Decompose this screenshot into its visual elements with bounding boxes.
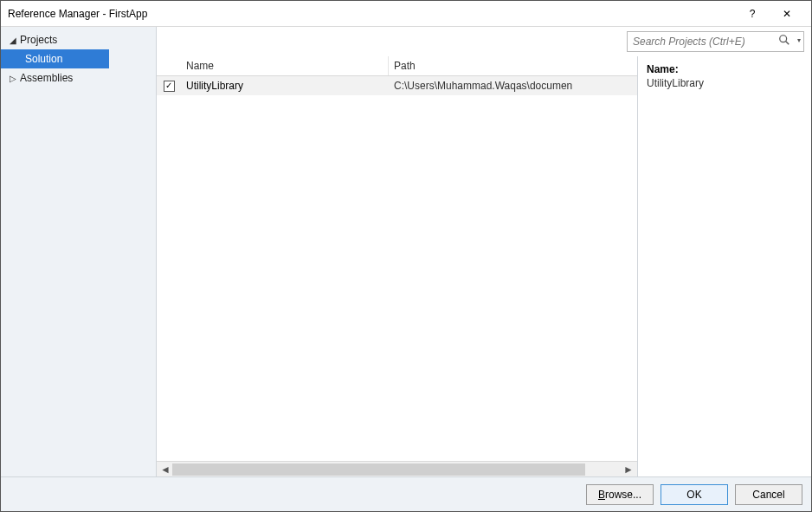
- browse-button[interactable]: Browse...: [586, 484, 654, 505]
- dialog-footer: Browse... OK Cancel: [1, 476, 811, 511]
- scroll-thumb[interactable]: [172, 463, 585, 476]
- column-header-name[interactable]: Name: [181, 56, 389, 75]
- column-check: [157, 56, 181, 75]
- scroll-track[interactable]: [172, 463, 622, 476]
- chevron-down-icon[interactable]: ▾: [797, 36, 801, 44]
- nav-item-projects[interactable]: ◢ Projects: [1, 30, 156, 49]
- help-button[interactable]: ?: [735, 2, 770, 26]
- horizontal-scrollbar[interactable]: ◄ ►: [157, 461, 637, 476]
- row-checkbox-cell: [157, 79, 181, 94]
- close-button[interactable]: ✕: [770, 2, 804, 26]
- svg-point-0: [780, 36, 787, 42]
- dialog-window: Reference Manager - FirstApp ? ✕ ◢ Proje…: [0, 0, 812, 512]
- search-box: ▾: [627, 31, 804, 52]
- scroll-right-icon[interactable]: ►: [622, 463, 635, 476]
- search-icon[interactable]: [778, 34, 790, 49]
- row-name: UtilityLibrary: [181, 78, 389, 94]
- row-path: C:\Users\Muhammad.Waqas\documen: [389, 78, 637, 94]
- nav-label: Assemblies: [20, 72, 73, 84]
- browse-mnemonic: B: [598, 489, 605, 501]
- column-header-path[interactable]: Path: [389, 56, 637, 75]
- nav-item-assemblies[interactable]: ▷ Assemblies: [1, 68, 156, 87]
- content-row: Name Path UtilityLibrary C:\Users\Muhamm…: [157, 56, 811, 476]
- nav-label: Projects: [20, 34, 57, 46]
- details-name-label: Name:: [647, 63, 802, 75]
- cancel-button[interactable]: Cancel: [735, 484, 802, 505]
- toolbar: ▾: [157, 27, 811, 56]
- details-name-value: UtilityLibrary: [647, 77, 802, 89]
- nav-label: Solution: [25, 53, 62, 65]
- nav-sidebar: ◢ Projects Solution ▷ Assemblies: [1, 27, 157, 476]
- svg-line-1: [786, 42, 789, 45]
- details-pane: Name: UtilityLibrary: [638, 56, 811, 476]
- help-icon: ?: [750, 8, 756, 20]
- collapse-icon: ◢: [8, 36, 18, 45]
- reference-list: Name Path UtilityLibrary C:\Users\Muhamm…: [157, 56, 638, 476]
- list-body: UtilityLibrary C:\Users\Muhammad.Waqas\d…: [157, 76, 637, 461]
- table-row[interactable]: UtilityLibrary C:\Users\Muhammad.Waqas\d…: [157, 76, 637, 95]
- window-title: Reference Manager - FirstApp: [8, 8, 735, 20]
- expand-icon: ▷: [8, 74, 18, 83]
- browse-rest: rowse...: [605, 489, 641, 501]
- list-header: Name Path: [157, 56, 637, 76]
- dialog-body: ◢ Projects Solution ▷ Assemblies ▾: [1, 27, 811, 476]
- checkbox[interactable]: [164, 81, 175, 92]
- scroll-left-icon[interactable]: ◄: [158, 463, 172, 476]
- ok-button[interactable]: OK: [661, 484, 728, 505]
- title-bar: Reference Manager - FirstApp ? ✕: [1, 1, 811, 27]
- nav-subitem-solution[interactable]: Solution: [1, 49, 109, 68]
- main-pane: ▾ Name Path UtilityLib: [157, 27, 811, 476]
- close-icon: ✕: [783, 8, 791, 20]
